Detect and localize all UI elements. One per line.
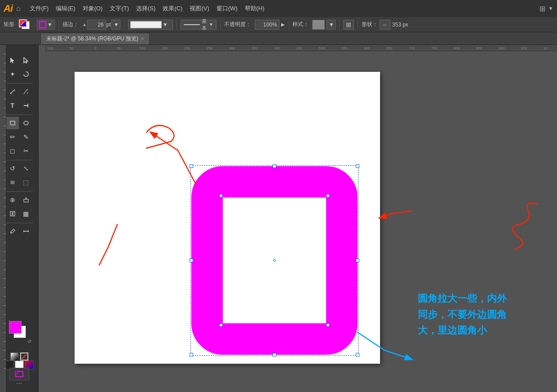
menu-object[interactable]: 对象(O) (79, 3, 106, 14)
handle-middle-left[interactable] (190, 259, 193, 262)
toolbar-sep-6 (339, 20, 340, 30)
workspace-dropdown-arrow[interactable]: ▼ (548, 5, 553, 12)
menu-view[interactable]: 视图(V) (186, 3, 212, 14)
stroke-input[interactable]: 26 (87, 20, 106, 30)
style-dropdown[interactable]: ▼ (327, 20, 336, 30)
stroke-label: 描边： (62, 21, 79, 28)
menu-help[interactable]: 帮助(H) (241, 3, 268, 14)
pen-tool[interactable] (6, 85, 19, 98)
opacity-label: 不透明度： (224, 21, 251, 28)
tool-row-paintbrush: ✏ ✎ (6, 131, 32, 143)
rectangle-tool-btn[interactable] (6, 117, 19, 129)
handle-bottom-center[interactable] (273, 353, 276, 357)
live-paint-tool[interactable] (20, 194, 32, 206)
direct-selection-tool[interactable] (20, 54, 32, 66)
document-tab[interactable]: 未标题-2* @ 58.34% (RGB/GPU 预览) × (40, 33, 150, 44)
stroke-style-label: 基本 (202, 18, 208, 31)
stroke-value-group: ▲ 26 pt ▼ (82, 20, 120, 30)
gradient-indicator[interactable] (10, 352, 18, 361)
warp-tool[interactable]: ≋ (6, 176, 19, 189)
canvas-area[interactable]: 100 50 0 50 100 150 200 250 300 350 400 … (39, 45, 557, 392)
eyedropper-tool[interactable] (6, 225, 19, 238)
tab-title: 未标题-2* @ 58.34% (RGB/GPU 预览) (46, 35, 138, 43)
shape-builder-tool[interactable]: ⊕ (6, 194, 19, 206)
menu-window[interactable]: 窗口(W) (213, 3, 241, 14)
toolbar-sep-4 (220, 20, 221, 30)
ruler-left (0, 45, 6, 392)
add-anchor-tool[interactable]: + (20, 85, 32, 98)
svg-marker-0 (10, 57, 14, 63)
opacity-input[interactable]: 100% (255, 20, 279, 30)
svg-text:300: 300 (229, 46, 235, 50)
radius-dot-bottom-right[interactable] (326, 323, 330, 327)
reset-colors-icon[interactable]: ↺ (26, 338, 32, 344)
handle-top-center[interactable] (273, 164, 276, 168)
tab-close-button[interactable]: × (141, 36, 144, 41)
toolbar-sep-7 (358, 20, 358, 30)
perspective-grid-tool[interactable] (6, 207, 19, 220)
paintbrush-tool[interactable]: ✏ (6, 131, 19, 143)
shape-width-value: 353 px (392, 22, 408, 28)
svg-text:800: 800 (454, 46, 460, 50)
scissors-tool[interactable]: ✂ (20, 145, 32, 157)
style-label: 样式： (292, 21, 309, 28)
handle-top-right[interactable] (356, 164, 359, 168)
menu-file[interactable]: 文件(F) (26, 3, 53, 14)
vertical-type-tool[interactable]: T (20, 99, 32, 112)
tool-sep-1 (6, 83, 33, 84)
none-indicator[interactable] (20, 352, 28, 361)
more-tools-button[interactable]: ··· (14, 378, 24, 389)
fill-color-swatch[interactable] (9, 321, 22, 334)
opacity-arrow[interactable]: ▶ (281, 22, 285, 27)
arrange-grid-icon[interactable]: ⊞ (343, 20, 354, 30)
artboard (75, 72, 380, 364)
pencil-tool[interactable]: ✎ (20, 131, 32, 143)
magic-wand-tool[interactable]: ✦ (6, 68, 19, 80)
selection-tool[interactable] (6, 54, 19, 66)
menu-edit[interactable]: 编辑(E) (52, 3, 79, 14)
column-graph-tool[interactable]: ▦ (20, 207, 32, 220)
type-tool[interactable]: T (6, 99, 19, 112)
menu-select[interactable]: 选择(S) (133, 3, 159, 14)
scale-tool[interactable]: ⤡ (20, 162, 32, 175)
tool-row-graph: ▦ (6, 207, 32, 220)
shape-resize-icon[interactable]: ↔ (380, 20, 390, 30)
tool-sep-4 (6, 191, 33, 192)
svg-text:850: 850 (476, 46, 482, 50)
tool-row-type: T T (6, 99, 32, 112)
fill-color-dropdown[interactable]: ▼ (37, 20, 55, 30)
appearance-dropdown[interactable]: ▼ (128, 20, 173, 30)
free-transform-tool[interactable]: ⬚ (20, 176, 32, 189)
menu-text[interactable]: 文字(T) (106, 3, 133, 14)
handle-middle-right[interactable] (356, 259, 359, 262)
style-preview[interactable] (312, 20, 325, 30)
radius-dot-top-left[interactable] (219, 194, 223, 198)
stroke-style-dropdown[interactable]: 基本 ▼ (181, 20, 217, 30)
stroke-up-arrow[interactable]: ▲ (82, 22, 87, 27)
menu-effect[interactable]: 效果(C) (159, 3, 186, 14)
fill-swatch[interactable] (19, 19, 27, 27)
color-mode-area (10, 352, 28, 361)
ellipse-tool[interactable] (20, 117, 32, 129)
ruler-top: 100 50 0 50 100 150 200 250 300 350 400 … (45, 45, 557, 51)
radius-dot-bottom-left[interactable] (219, 323, 223, 327)
radius-dot-top-right[interactable] (326, 194, 330, 198)
stroke-unit-dropdown[interactable]: ▼ (111, 20, 120, 30)
measure-tool[interactable] (20, 225, 32, 238)
toolbar-sep-2 (124, 20, 124, 30)
eraser-tool[interactable]: ◻ (6, 145, 19, 157)
svg-rect-8 (13, 211, 15, 216)
handle-bottom-right[interactable] (356, 353, 359, 357)
svg-rect-4 (10, 121, 15, 125)
handle-top-left[interactable] (190, 164, 193, 168)
svg-text:650: 650 (386, 46, 393, 50)
toolbar: 矩形 ▼ 描边： ▲ 26 pt ▼ ▼ 基本 ▼ 不透明度： 100% ▶ 样… (0, 17, 557, 32)
app-logo: Ai (4, 3, 13, 14)
home-icon[interactable]: ⌂ (16, 4, 21, 13)
handle-bottom-left[interactable] (190, 353, 193, 357)
svg-text:500: 500 (319, 46, 325, 50)
rotate-tool[interactable]: ↺ (6, 162, 19, 175)
main-area: ✦ + T T (0, 45, 557, 392)
workspace-switcher-icon[interactable]: ⊞ (539, 4, 545, 13)
lasso-tool[interactable] (20, 68, 32, 80)
